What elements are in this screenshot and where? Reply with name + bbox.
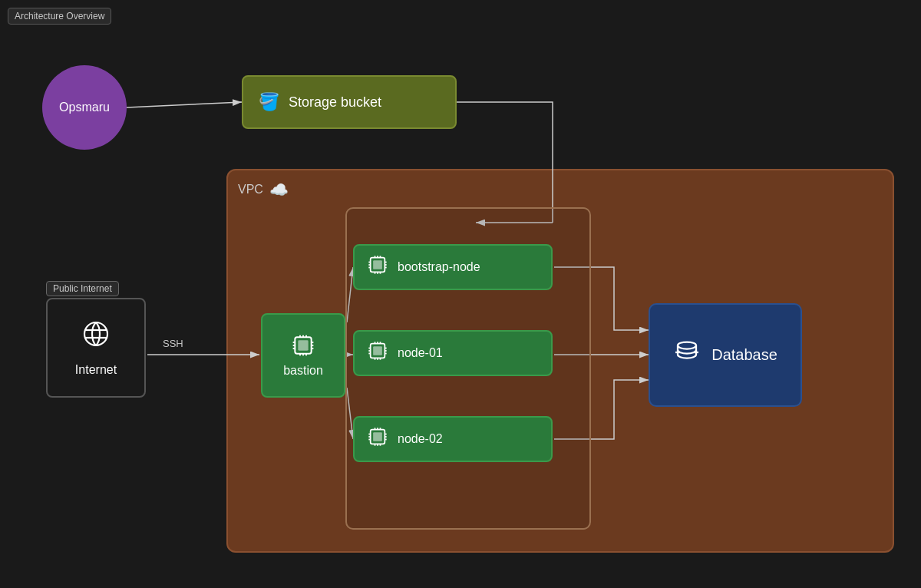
node-02-label: node-02 [398,432,443,446]
internet-box: Internet [46,298,146,398]
cpu-icon-bootstrap [367,254,388,280]
internet-label: Internet [75,363,117,377]
svg-rect-18 [373,260,382,269]
svg-line-0 [127,102,242,107]
bastion-label: bastion [283,364,323,378]
svg-point-73 [678,342,696,349]
node-01-label: node-01 [398,346,443,360]
database-label: Database [711,346,777,364]
bastion-icon [291,333,315,358]
opsmaru-node: Opsmaru [42,65,127,150]
svg-rect-46 [373,432,382,441]
database-icon [673,339,701,372]
node-01-box: node-01 [353,330,553,376]
vpc-label: VPC ☁️ [238,180,289,199]
ssh-label: SSH [163,338,183,349]
globe-icon [81,319,111,355]
bootstrap-node-label: bootstrap-node [398,260,480,274]
node-02-box: node-02 [353,416,553,462]
bucket-icon: 🪣 [259,92,279,112]
public-internet-label: Public Internet [46,281,119,296]
cpu-icon-node02 [367,426,388,452]
storage-bucket-label: Storage bucket [289,94,381,111]
storage-bucket-node: 🪣 Storage bucket [242,75,457,129]
svg-rect-60 [298,340,308,350]
svg-point-76 [84,322,107,345]
vpc-text: VPC [238,183,263,197]
cpu-icon-node01 [367,340,388,366]
svg-rect-32 [373,346,382,355]
title-badge: Architecture Overview [8,8,111,25]
cloud-icon: ☁️ [269,180,289,199]
bastion-box: bastion [261,313,345,398]
database-box: Database [649,303,802,407]
bootstrap-node-box: bootstrap-node [353,244,553,290]
